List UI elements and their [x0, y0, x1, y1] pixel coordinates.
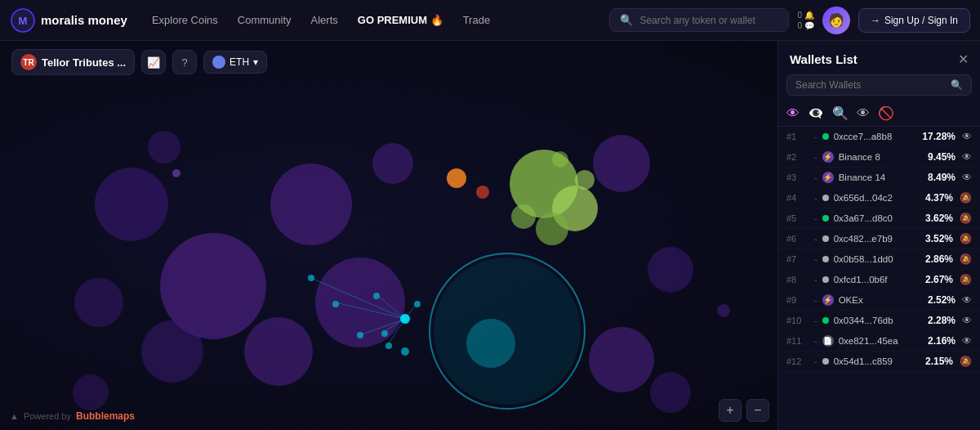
- token-badge[interactable]: TR Tellor Tributes ...: [11, 49, 135, 75]
- wallet-address: 0x3a67...d8c0: [834, 213, 915, 223]
- svg-point-20: [536, 213, 568, 245]
- user-avatar[interactable]: 🧑: [822, 7, 850, 34]
- wallet-visibility-toggle[interactable]: 👁: [962, 131, 972, 142]
- moralis-logo-icon: M: [10, 7, 36, 34]
- filter-eye-all[interactable]: 👁: [786, 106, 800, 121]
- wallet-percentage: 3.62%: [920, 213, 953, 224]
- wallet-exchange-icon: ⚡: [822, 151, 834, 163]
- wallet-address: 0xfcd1...0b6f: [834, 275, 915, 284]
- filter-eye-show[interactable]: 👁: [857, 106, 870, 121]
- wallet-rank: #9: [786, 295, 809, 305]
- nav-alerts[interactable]: Alerts: [303, 9, 346, 31]
- notif-row-2[interactable]: 0 💬: [797, 21, 814, 30]
- map-controls: + −: [719, 399, 769, 422]
- svg-point-40: [381, 330, 388, 337]
- nav-explore-coins[interactable]: Explore Coins: [144, 9, 226, 31]
- wallet-separator: -: [814, 132, 817, 141]
- wallet-address: OKEx: [839, 295, 918, 305]
- wallet-list-item[interactable]: #1-0xcce7...a8b817.28%👁: [778, 127, 980, 147]
- svg-point-39: [373, 293, 380, 299]
- help-btn[interactable]: ?: [172, 50, 197, 74]
- wallet-list-item[interactable]: #2-⚡Binance 89.45%👁: [778, 147, 980, 168]
- search-input[interactable]: [639, 15, 778, 26]
- wallet-list-item[interactable]: #6-0xc482...e7b93.52%🔕: [778, 229, 980, 249]
- svg-point-12: [589, 327, 654, 392]
- notif-row-1[interactable]: 0 🔔: [797, 11, 814, 20]
- svg-point-15: [372, 143, 413, 184]
- powered-by-label: Powered by: [24, 411, 71, 421]
- nav-community[interactable]: Community: [229, 9, 300, 31]
- svg-point-34: [400, 314, 410, 324]
- filter-eye-hidden[interactable]: 👁‍🗨: [808, 105, 824, 121]
- svg-point-3: [95, 168, 168, 241]
- filter-eye-hide-all[interactable]: 🚫: [878, 105, 894, 121]
- notif-chat-icon: 💬: [804, 21, 814, 30]
- wallet-list-item[interactable]: #12-0x54d1...c8592.15%🔕: [778, 352, 980, 372]
- panel-close-button[interactable]: ✕: [958, 53, 969, 66]
- panel-title: Wallets List: [790, 52, 858, 66]
- eth-icon: [212, 56, 225, 69]
- wallet-rank: #11: [786, 336, 809, 346]
- wallet-list-item[interactable]: #4-0x656d...04c24.37%🔕: [778, 188, 980, 208]
- wallet-list-item[interactable]: #10-0x0344...76db2.28%👁: [778, 311, 980, 331]
- svg-point-35: [401, 347, 409, 356]
- logo-text: moralis money: [41, 13, 127, 27]
- svg-point-43: [172, 169, 180, 177]
- wallet-list-item[interactable]: #7-0x0b58...1dd02.86%🔕: [778, 249, 980, 270]
- svg-point-23: [552, 151, 568, 168]
- wallet-list-item[interactable]: #8-0xfcd1...0b6f2.67%🔕: [778, 270, 980, 290]
- wallet-separator: -: [814, 275, 817, 284]
- wallet-visibility-toggle[interactable]: 👁: [962, 294, 972, 306]
- svg-point-6: [244, 317, 313, 386]
- wallet-search[interactable]: 🔍: [786, 74, 972, 96]
- main-nav: Explore Coins Community Alerts GO PREMIU…: [144, 9, 602, 31]
- svg-point-38: [357, 332, 363, 338]
- wallet-dot: [822, 358, 829, 365]
- wallet-visibility-toggle[interactable]: 🔕: [960, 192, 972, 204]
- wallet-visibility-toggle[interactable]: 🔕: [960, 253, 972, 265]
- bubblemaps-label: Bubblemaps: [76, 410, 135, 422]
- global-search[interactable]: 🔍: [609, 8, 789, 32]
- logo[interactable]: M moralis money: [10, 7, 127, 34]
- zoom-out-button[interactable]: −: [746, 399, 769, 422]
- filter-search[interactable]: 🔍: [832, 105, 849, 121]
- wallet-visibility-toggle[interactable]: 🔕: [960, 213, 972, 224]
- nav-trade[interactable]: Trade: [455, 9, 498, 31]
- wallet-percentage: 2.16%: [923, 335, 956, 347]
- sign-in-icon: →: [871, 15, 880, 26]
- wallet-rank: #4: [786, 193, 809, 203]
- wallet-list-item[interactable]: #11-📄0xe821...45ea2.16%👁: [778, 331, 980, 352]
- wallet-percentage: 2.28%: [923, 315, 956, 326]
- sign-in-label: Sign Up / Sign In: [884, 15, 958, 26]
- wallet-rank: #7: [786, 254, 809, 264]
- wallet-address: Binance 14: [839, 172, 918, 182]
- network-selector[interactable]: ETH ▾: [203, 51, 267, 74]
- wallet-percentage: 9.45%: [923, 151, 956, 163]
- wallet-list-item[interactable]: #3-⚡Binance 148.49%👁: [778, 168, 980, 188]
- wallet-visibility-toggle[interactable]: 👁: [962, 335, 972, 347]
- svg-point-21: [511, 204, 536, 229]
- wallet-contract-icon: 📄: [822, 335, 834, 347]
- wallet-list: #1-0xcce7...a8b817.28%👁#2-⚡Binance 89.45…: [778, 127, 980, 430]
- svg-point-36: [308, 275, 314, 281]
- wallet-visibility-toggle[interactable]: 👁: [962, 151, 972, 163]
- wallet-address: 0xc482...e7b9: [834, 234, 915, 244]
- wallet-visibility-toggle[interactable]: 🔕: [960, 356, 972, 367]
- panel-header: Wallets List ✕: [778, 41, 980, 74]
- wallet-visibility-toggle[interactable]: 👁: [962, 172, 972, 183]
- svg-point-7: [74, 278, 123, 327]
- zoom-in-button[interactable]: +: [719, 399, 742, 422]
- wallet-visibility-toggle[interactable]: 🔕: [960, 274, 972, 285]
- sign-in-button[interactable]: → Sign Up / Sign In: [858, 8, 970, 33]
- wallet-separator: -: [814, 316, 817, 325]
- wallet-list-item[interactable]: #5-0x3a67...d8c03.62%🔕: [778, 208, 980, 229]
- wallet-visibility-toggle[interactable]: 🔕: [960, 233, 972, 244]
- wallet-list-item[interactable]: #9-⚡OKEx2.52%👁: [778, 290, 980, 311]
- wallet-visibility-toggle[interactable]: 👁: [962, 315, 972, 326]
- wallet-separator: -: [814, 234, 817, 244]
- svg-point-42: [414, 301, 421, 307]
- chart-btn[interactable]: 📈: [141, 50, 166, 74]
- wallet-dot: [822, 215, 829, 222]
- nav-premium[interactable]: GO PREMIUM 🔥: [350, 9, 452, 31]
- wallet-search-input[interactable]: [795, 79, 946, 91]
